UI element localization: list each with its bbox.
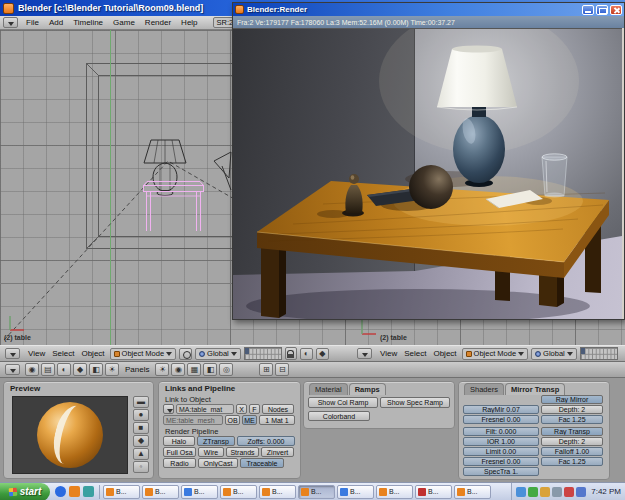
- material-browse-dropdown[interactable]: [163, 404, 174, 414]
- traceable-toggle[interactable]: Traceable: [240, 458, 284, 468]
- tray-icon[interactable]: [564, 487, 574, 497]
- tray-icon[interactable]: [552, 487, 562, 497]
- preview-sphere-icon[interactable]: ●: [133, 409, 149, 421]
- transform-orientation-select[interactable]: Global: [531, 348, 577, 360]
- ob-toggle[interactable]: OB: [225, 415, 240, 425]
- task-button[interactable]: B...: [259, 485, 296, 499]
- tray-icon[interactable]: [528, 487, 538, 497]
- tab-material[interactable]: Material: [309, 383, 348, 395]
- transp-fac-slider[interactable]: Fac 1.25: [541, 457, 603, 466]
- logic-icon[interactable]: ◉: [25, 363, 39, 376]
- spectra-slider[interactable]: SpecTra 1.: [463, 467, 539, 476]
- menu-view[interactable]: View: [26, 349, 47, 358]
- raymir-slider[interactable]: RayMir 0.07: [463, 405, 539, 414]
- ray-mirror-toggle[interactable]: Ray Mirror: [541, 395, 603, 404]
- tab-shaders[interactable]: Shaders: [464, 383, 504, 395]
- ztransp-toggle[interactable]: ZTransp: [197, 436, 235, 446]
- app-shortcut-icon[interactable]: [83, 486, 94, 497]
- tab-mirror-transp[interactable]: Mirror Transp: [505, 383, 565, 395]
- mirror-fresnel-slider[interactable]: Fresnel 0.00: [463, 415, 539, 424]
- task-button-active[interactable]: B...: [298, 485, 335, 499]
- menu-view[interactable]: View: [378, 349, 399, 358]
- task-button[interactable]: B...: [454, 485, 491, 499]
- material-name-field[interactable]: MA:table_mat: [176, 404, 234, 414]
- limit-slider[interactable]: Limit 0.00: [463, 447, 539, 456]
- menu-render[interactable]: Render: [140, 18, 176, 27]
- menu-game[interactable]: Game: [108, 18, 140, 27]
- viewport-type-icon[interactable]: [357, 348, 372, 359]
- menu-select[interactable]: Select: [402, 349, 428, 358]
- preview-cube-icon[interactable]: ■: [133, 422, 149, 434]
- onlycast-toggle[interactable]: OnlyCast: [198, 458, 238, 468]
- task-button[interactable]: B...: [337, 485, 374, 499]
- mirror-depth-number[interactable]: Depth: 2: [541, 405, 603, 414]
- wire-toggle[interactable]: Wire: [198, 447, 224, 457]
- me-toggle[interactable]: ME: [242, 415, 257, 425]
- window-type-icon[interactable]: [5, 364, 20, 375]
- snap-icon[interactable]: ◆: [316, 348, 329, 360]
- mirror-fac-slider[interactable]: Fac 1.25: [541, 415, 603, 424]
- task-button[interactable]: B...: [142, 485, 179, 499]
- tray-icon[interactable]: [516, 487, 526, 497]
- editing-icon[interactable]: ◧: [89, 363, 103, 376]
- tab-ramps[interactable]: Ramps: [349, 383, 386, 395]
- scene-icon[interactable]: ☀: [105, 363, 119, 376]
- shading-icon[interactable]: ◐: [57, 363, 71, 376]
- halo-toggle[interactable]: Halo: [163, 436, 195, 446]
- ior-slider[interactable]: IOR 1.00: [463, 437, 539, 446]
- show-col-ramp-toggle[interactable]: Show Col Ramp: [308, 397, 378, 408]
- colorband-toggle[interactable]: Colorband: [308, 411, 370, 421]
- task-button[interactable]: B...: [103, 485, 140, 499]
- fake-user-button[interactable]: F: [249, 404, 260, 414]
- world-icon[interactable]: ◎: [219, 363, 233, 376]
- layer-buttons[interactable]: [244, 347, 282, 360]
- full-osa-toggle[interactable]: Full Osa: [163, 447, 196, 457]
- close-button[interactable]: [610, 5, 622, 15]
- menu-help[interactable]: Help: [176, 18, 202, 27]
- task-button[interactable]: B...: [376, 485, 413, 499]
- material-slot-number[interactable]: 1 Mat 1: [259, 415, 295, 425]
- mode-select[interactable]: Object Mode: [110, 348, 177, 360]
- layer-buttons[interactable]: [580, 347, 618, 360]
- task-button[interactable]: B...: [415, 485, 452, 499]
- minimize-button[interactable]: [582, 5, 594, 15]
- menu-object[interactable]: Object: [79, 349, 106, 358]
- texture-icon[interactable]: ▦: [187, 363, 201, 376]
- script-icon[interactable]: ▤: [41, 363, 55, 376]
- render-preview-icon[interactable]: ◐: [300, 348, 313, 360]
- unlink-material-button[interactable]: X: [236, 404, 247, 414]
- tray-icon[interactable]: [540, 487, 550, 497]
- menu-add[interactable]: Add: [44, 18, 68, 27]
- menu-file[interactable]: File: [21, 18, 44, 27]
- transp-depth-number[interactable]: Depth: 2: [541, 437, 603, 446]
- draw-type-icon[interactable]: [179, 348, 192, 360]
- render-window[interactable]: Blender:Render Fra:2 Ve:179177 Fa:178060…: [232, 2, 625, 320]
- menu-select[interactable]: Select: [50, 349, 76, 358]
- viewport-type-icon[interactable]: [5, 348, 20, 359]
- radio-toggle[interactable]: Radio: [163, 458, 196, 468]
- menu-object[interactable]: Object: [431, 349, 458, 358]
- menu-timeline[interactable]: Timeline: [68, 18, 108, 27]
- transp-fresnel-slider[interactable]: Fresnel 0.00: [463, 457, 539, 466]
- zinvert-toggle[interactable]: Zinvert: [261, 447, 294, 457]
- falloff-slider[interactable]: Falloff 1.00: [541, 447, 603, 456]
- blender-shortcut-icon[interactable]: [69, 486, 80, 497]
- mode-select[interactable]: Object Mode: [462, 348, 529, 360]
- zoom-in-icon[interactable]: ⊞: [259, 363, 273, 376]
- window-type-icon[interactable]: [3, 17, 18, 28]
- lamp-icon[interactable]: ☀: [155, 363, 169, 376]
- zoom-out-icon[interactable]: ⊟: [275, 363, 289, 376]
- zoffs-number[interactable]: Zoffs: 0.000: [237, 436, 295, 446]
- show-spec-ramp-toggle[interactable]: Show Spec Ramp: [380, 397, 450, 408]
- render-titlebar[interactable]: Blender:Render: [233, 3, 624, 16]
- transform-orientation-select[interactable]: Global: [195, 348, 241, 360]
- object-icon[interactable]: ◆: [73, 363, 87, 376]
- internet-explorer-icon[interactable]: [55, 486, 66, 497]
- preview-sky-icon[interactable]: ◦: [133, 461, 149, 473]
- preview-flat-icon[interactable]: ▬: [133, 396, 149, 408]
- tray-icon[interactable]: [576, 487, 586, 497]
- preview-hair-icon[interactable]: ▲: [133, 448, 149, 460]
- task-button[interactable]: B...: [220, 485, 257, 499]
- ray-transp-toggle[interactable]: Ray Transp: [541, 427, 603, 436]
- task-button[interactable]: B...: [181, 485, 218, 499]
